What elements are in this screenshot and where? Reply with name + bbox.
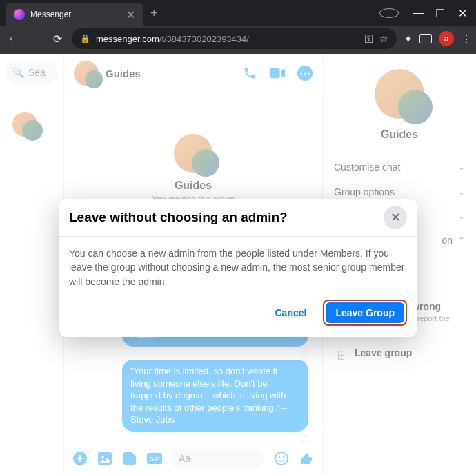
photo-icon[interactable] bbox=[97, 451, 112, 466]
svg-rect-0 bbox=[270, 68, 280, 79]
chevron-down-icon: ⌄ bbox=[458, 187, 465, 197]
search-icon: 🔍 bbox=[12, 67, 24, 78]
sticker-icon[interactable] bbox=[122, 451, 137, 466]
leave-group-dialog: Leave without choosing an admin? ✕ You c… bbox=[59, 199, 417, 337]
browser-chrome: Messenger ✕ + — ☐ ✕ ← → ⟳ 🔒 messenger.co… bbox=[0, 0, 476, 54]
info-group-title: Guides bbox=[331, 128, 468, 141]
svg-point-7 bbox=[279, 456, 280, 458]
voice-call-icon[interactable] bbox=[242, 66, 257, 81]
browser-toolbar: ← → ⟳ 🔒 messenger.com/t/3843730202393434… bbox=[0, 26, 476, 54]
message-status-icon: ◯ bbox=[74, 434, 308, 442]
message-status-icon: ◯ bbox=[74, 349, 308, 357]
sidebar: 🔍 Sea bbox=[0, 54, 63, 475]
lock-icon: 🔒 bbox=[80, 34, 90, 43]
svg-point-1 bbox=[73, 452, 87, 465]
cast-icon[interactable] bbox=[419, 34, 432, 43]
svg-rect-2 bbox=[98, 452, 112, 465]
info-group-avatar bbox=[375, 69, 424, 119]
leave-icon: ⍈ bbox=[334, 349, 348, 360]
emoji-icon[interactable] bbox=[274, 451, 289, 466]
svg-rect-4 bbox=[147, 453, 162, 464]
forward-button: → bbox=[28, 32, 43, 45]
search-input[interactable]: 🔍 Sea bbox=[6, 61, 58, 84]
leave-group-button[interactable]: ⍈ Leave group bbox=[331, 340, 468, 367]
messenger-favicon-icon bbox=[14, 9, 25, 20]
tab-close-icon[interactable]: ✕ bbox=[126, 8, 135, 21]
minimize-button[interactable]: — bbox=[408, 7, 428, 19]
svg-point-3 bbox=[101, 456, 104, 458]
leave-group-confirm-button[interactable]: Leave Group bbox=[326, 302, 404, 323]
menu-kebab-icon[interactable]: ⋮ bbox=[461, 32, 470, 46]
header-group-avatar[interactable] bbox=[74, 61, 99, 86]
message-input[interactable]: Aa bbox=[172, 449, 264, 468]
address-bar[interactable]: 🔒 messenger.com/t/3843730202393434/ ⚿ ☆ bbox=[72, 28, 397, 49]
primary-button-highlight: Leave Group bbox=[323, 300, 407, 326]
gif-icon[interactable]: GIF bbox=[147, 451, 162, 466]
video-call-icon[interactable] bbox=[270, 66, 285, 81]
chevron-down-icon: ⌄ bbox=[458, 162, 465, 172]
customise-chat-section[interactable]: Customise chat ⌄ bbox=[331, 155, 468, 180]
extensions-icon[interactable]: ✦ bbox=[404, 32, 413, 46]
reload-button[interactable]: ⟳ bbox=[50, 32, 65, 46]
svg-point-6 bbox=[275, 452, 288, 465]
message-composer: GIF Aa bbox=[64, 442, 322, 475]
sidebar-conversation-avatar[interactable] bbox=[12, 112, 37, 137]
dialog-body: You can choose a new admin from the peop… bbox=[59, 237, 417, 294]
center-group-avatar bbox=[174, 134, 212, 173]
tab-search-icon[interactable] bbox=[379, 8, 399, 18]
like-icon[interactable] bbox=[299, 451, 314, 466]
browser-tab[interactable]: Messenger ✕ bbox=[6, 3, 143, 26]
profile-avatar[interactable]: a bbox=[439, 31, 454, 46]
header-title: Guides bbox=[106, 68, 141, 79]
window-controls: — ☐ ✕ bbox=[379, 7, 476, 20]
back-button[interactable]: ← bbox=[6, 32, 21, 45]
conversation-info-icon[interactable]: ⋯ bbox=[297, 66, 313, 81]
search-placeholder: Sea bbox=[28, 67, 46, 78]
chevron-down-icon: ⌄ bbox=[458, 211, 465, 221]
tab-title: Messenger bbox=[30, 10, 121, 19]
close-window-button[interactable]: ✕ bbox=[453, 7, 472, 20]
tab-strip: Messenger ✕ + — ☐ ✕ bbox=[0, 0, 476, 26]
cancel-button[interactable]: Cancel bbox=[266, 302, 315, 324]
dialog-header: Leave without choosing an admin? ✕ bbox=[59, 199, 417, 237]
saved-password-icon[interactable]: ⚿ bbox=[364, 33, 374, 44]
maximize-button[interactable]: ☐ bbox=[430, 7, 450, 20]
url-text: messenger.com/t/3843730202393434/ bbox=[96, 34, 359, 44]
dialog-title: Leave without choosing an admin? bbox=[69, 210, 384, 225]
message-bubble: "Your time is limited, so don't waste it… bbox=[122, 360, 308, 432]
new-tab-button[interactable]: + bbox=[143, 6, 165, 21]
center-group-title: Guides bbox=[74, 180, 313, 192]
dialog-actions: Cancel Leave Group bbox=[59, 294, 417, 337]
svg-text:GIF: GIF bbox=[150, 456, 161, 463]
bookmark-star-icon[interactable]: ☆ bbox=[379, 33, 388, 44]
conversation-header: Guides ⋯ bbox=[64, 54, 322, 93]
dialog-close-button[interactable]: ✕ bbox=[384, 206, 407, 229]
svg-point-8 bbox=[283, 456, 284, 458]
chevron-up-icon: ⌃ bbox=[458, 235, 465, 245]
add-attachment-icon[interactable] bbox=[72, 451, 88, 466]
